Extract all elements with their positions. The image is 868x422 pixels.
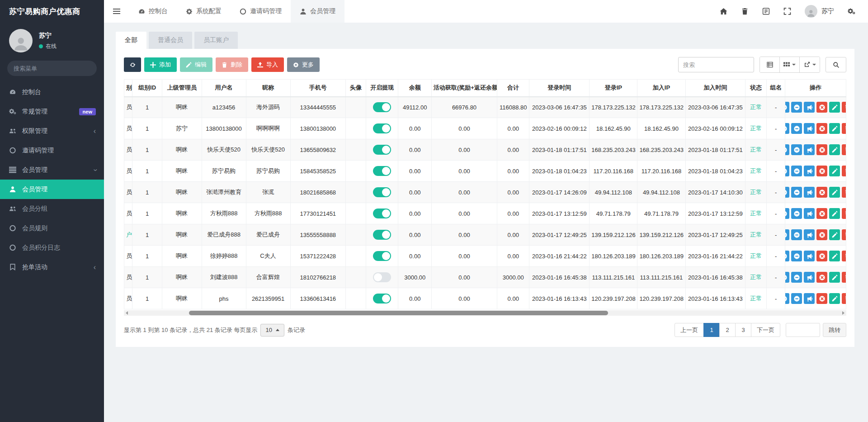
ban-button[interactable] [816,166,827,176]
tab-普通会员[interactable]: 普通会员 [149,32,192,49]
delete-row-button[interactable] [842,187,846,198]
edit-row-button[interactable] [829,251,840,261]
recharge-button[interactable] [785,102,789,113]
ban-button[interactable] [816,208,827,219]
page-button-1[interactable]: 1 [703,323,720,337]
topbar-tab-邀请码管理[interactable]: 邀请码管理 [231,0,291,23]
withdraw-toggle[interactable] [373,166,391,176]
sidebar-item-控制台[interactable]: 控制台 [0,82,104,102]
push-button[interactable] [804,102,815,113]
topbar-tab-系统配置[interactable]: 系统配置 [177,0,231,23]
search-button[interactable] [826,57,846,72]
edit-row-button[interactable] [829,102,840,113]
withdraw-toggle[interactable] [373,294,391,303]
topbar-tab-控制台[interactable]: 控制台 [129,0,177,23]
sidebar-item-会员分组[interactable]: 会员分组 [0,199,104,218]
deduct-button[interactable] [791,166,802,176]
export-icon[interactable] [800,57,820,72]
withdraw-toggle[interactable] [373,209,391,218]
push-button[interactable] [804,208,815,219]
table-search-input[interactable] [678,57,754,72]
push-button[interactable] [804,272,815,283]
per-page-select[interactable]: 10 [260,324,284,337]
ban-button[interactable] [816,123,827,134]
edit-row-button[interactable] [829,166,840,176]
next-page-button[interactable]: 下一页 [751,323,780,337]
edit-row-button[interactable] [829,123,840,134]
edit-row-button[interactable] [829,144,840,155]
columns-icon[interactable] [780,57,800,72]
delete-row-button[interactable] [842,123,846,134]
deduct-button[interactable] [791,144,802,155]
delete-row-button[interactable] [842,272,846,283]
delete-row-button[interactable] [842,208,846,219]
trash-icon[interactable] [741,8,749,15]
edit-row-button[interactable] [829,229,840,240]
deduct-button[interactable] [791,187,802,198]
page-button-3[interactable]: 3 [735,323,751,337]
delete-button[interactable]: 删除 [216,57,248,72]
tab-全部[interactable]: 全部 [116,32,146,49]
push-button[interactable] [804,251,815,261]
ban-button[interactable] [816,144,827,155]
avatar[interactable] [9,29,33,52]
home-icon[interactable] [720,8,727,15]
gears-icon[interactable] [848,8,855,15]
deduct-button[interactable] [791,208,802,219]
sidebar-item-会员规则[interactable]: 会员规则 [0,218,104,238]
push-button[interactable] [804,293,815,304]
topbar-tab-会员管理[interactable]: 会员管理 [291,0,344,23]
edit-row-button[interactable] [829,293,840,304]
sidebar-search-input[interactable] [14,65,93,72]
push-button[interactable] [804,166,815,176]
edit-button[interactable]: 编辑 [180,57,212,72]
jump-page-input[interactable] [786,323,820,337]
edit-row-button[interactable] [829,187,840,198]
delete-row-button[interactable] [842,144,846,155]
refresh-button[interactable] [124,57,141,72]
push-button[interactable] [804,229,815,240]
delete-row-button[interactable] [842,166,846,176]
withdraw-toggle[interactable] [373,251,391,261]
delete-row-button[interactable] [842,102,846,113]
import-button[interactable]: 导入 [251,57,284,72]
tab-员工账户[interactable]: 员工账户 [194,32,238,49]
push-button[interactable] [804,187,815,198]
recharge-button[interactable] [785,187,789,198]
delete-row-button[interactable] [842,293,846,304]
withdraw-toggle[interactable] [373,145,391,155]
sidebar-toggle-icon[interactable] [104,0,129,23]
sidebar-item-权限管理[interactable]: 权限管理‹ [0,121,104,141]
withdraw-toggle[interactable] [373,230,391,240]
recharge-button[interactable] [785,208,789,219]
edit-row-button[interactable] [829,208,840,219]
recharge-button[interactable] [785,272,789,283]
deduct-button[interactable] [791,251,802,261]
horizontal-scrollbar[interactable] [124,310,846,316]
sidebar-item-邀请码管理[interactable]: 邀请码管理 [0,141,104,160]
ban-button[interactable] [816,187,827,198]
recharge-button[interactable] [785,293,789,304]
recharge-button[interactable] [785,229,789,240]
fullscreen-icon[interactable] [783,8,791,15]
ban-button[interactable] [816,293,827,304]
scroll-right-icon[interactable] [842,311,844,315]
jump-button[interactable]: 跳转 [823,323,846,337]
recharge-button[interactable] [785,251,789,261]
push-button[interactable] [804,144,815,155]
withdraw-toggle[interactable] [373,102,391,112]
ban-button[interactable] [816,229,827,240]
detail-view-icon[interactable] [760,57,780,72]
scrollbar-thumb[interactable] [189,311,608,315]
scroll-left-icon[interactable] [126,311,128,315]
deduct-button[interactable] [791,272,802,283]
recharge-button[interactable] [785,166,789,176]
deduct-button[interactable] [791,123,802,134]
topbar-user[interactable]: 苏宁 [805,5,834,18]
withdraw-toggle[interactable] [373,187,391,197]
wiki-icon[interactable] [762,8,770,15]
sidebar-item-会员管理[interactable]: 会员管理‹ [0,160,104,180]
delete-row-button[interactable] [842,251,846,261]
sidebar-item-抢单活动[interactable]: 抢单活动‹ [0,257,104,277]
sidebar-search[interactable] [7,61,97,76]
